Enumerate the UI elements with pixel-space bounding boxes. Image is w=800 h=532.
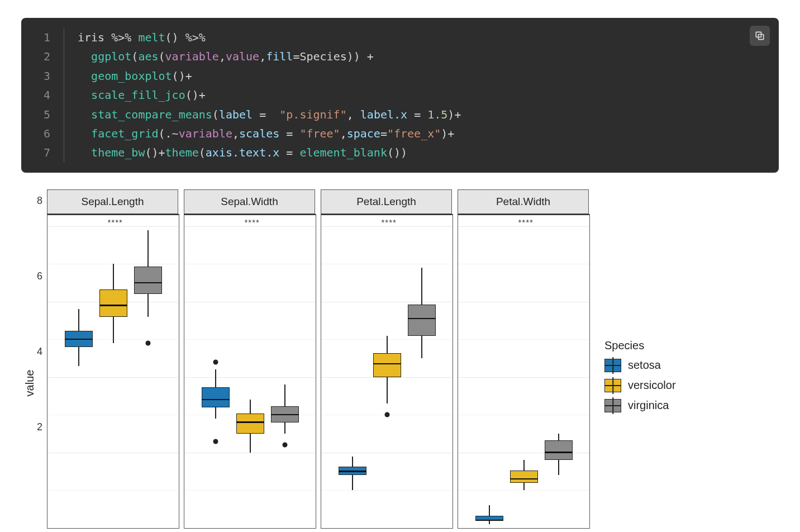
- outlier: [145, 341, 150, 346]
- line-number: 6: [34, 124, 64, 143]
- boxplot: [134, 215, 162, 528]
- code-line: 5 stat_compare_means(label = "p.signif",…: [34, 105, 766, 124]
- code-content: facet_grid(.~variable,scales = "free",sp…: [64, 124, 454, 143]
- code-content: ggplot(aes(variable,value,fill=Species))…: [64, 47, 374, 66]
- legend-key-icon: [604, 399, 621, 412]
- line-number: 3: [34, 66, 64, 86]
- facet-strip: Sepal.Length: [47, 189, 178, 214]
- chart-area: value 2468 Sepal.Length****Sepal.Width**…: [25, 189, 800, 529]
- line-number: 7: [34, 143, 64, 162]
- boxplot: [373, 215, 401, 528]
- boxplot: [202, 215, 230, 528]
- facet-strip: Sepal.Width: [184, 189, 315, 214]
- boxplot: [271, 215, 299, 528]
- legend-key-icon: [604, 379, 621, 392]
- copy-button[interactable]: [750, 26, 770, 46]
- legend-key-icon: [604, 359, 621, 372]
- boxplot: [545, 215, 573, 528]
- legend-title: Species: [604, 339, 676, 352]
- facet: Sepal.Length****: [47, 189, 178, 529]
- code-line: 1iris %>% melt() %>%: [34, 28, 766, 47]
- legend-label: setosa: [628, 359, 661, 372]
- code-content: iris %>% melt() %>%: [64, 28, 206, 47]
- line-number: 5: [34, 105, 64, 124]
- panel: ****: [458, 214, 590, 529]
- facet-strip: Petal.Length: [321, 189, 452, 214]
- line-number: 1: [34, 28, 64, 47]
- code-content: geom_boxplot()+: [64, 66, 192, 86]
- code-line: 2 ggplot(aes(variable,value,fill=Species…: [34, 47, 766, 66]
- line-number: 4: [34, 86, 64, 104]
- boxplot: [236, 215, 264, 528]
- facet-row: Sepal.Length****Sepal.Width****Petal.Len…: [47, 189, 589, 529]
- legend: Species setosaversicolorvirginica: [604, 339, 676, 419]
- panel: ****: [321, 214, 453, 529]
- boxplot: [408, 215, 436, 528]
- code-line: 6 facet_grid(.~variable,scales = "free",…: [34, 124, 766, 143]
- boxplot: [99, 215, 127, 528]
- y-tick: 2: [37, 421, 42, 433]
- code-line: 3 geom_boxplot()+: [34, 66, 766, 86]
- boxplot: [510, 215, 538, 528]
- outlier: [282, 443, 287, 448]
- code-block: 1iris %>% melt() %>%2 ggplot(aes(variabl…: [21, 18, 779, 173]
- boxplot: [65, 215, 93, 528]
- code-content: scale_fill_jco()+: [64, 86, 206, 104]
- facet: Petal.Width****: [458, 189, 589, 529]
- outlier: [213, 439, 218, 444]
- panel: ****: [47, 214, 179, 529]
- facet: Petal.Length****: [321, 189, 452, 529]
- code-content: theme_bw()+theme(axis.text.x = element_b…: [64, 143, 407, 162]
- code-content: stat_compare_means(label = "p.signif", l…: [64, 105, 461, 124]
- legend-item: versicolor: [604, 379, 676, 392]
- code-line: 4 scale_fill_jco()+: [34, 86, 766, 104]
- y-tick: 8: [37, 194, 42, 206]
- boxplot: [475, 215, 503, 528]
- legend-label: versicolor: [628, 379, 676, 392]
- legend-item: setosa: [604, 359, 676, 372]
- facet: Sepal.Width****: [184, 189, 315, 529]
- legend-item: virginica: [604, 399, 676, 412]
- legend-label: virginica: [628, 399, 669, 412]
- line-number: 2: [34, 47, 64, 66]
- panel: ****: [184, 214, 316, 529]
- copy-icon: [754, 30, 765, 41]
- y-tick: 6: [37, 270, 42, 282]
- boxplot: [339, 215, 366, 528]
- outlier: [213, 359, 218, 364]
- code-line: 7 theme_bw()+theme(axis.text.x = element…: [34, 143, 766, 162]
- facet-strip: Petal.Width: [458, 189, 589, 214]
- y-axis-ticks: 2468: [25, 189, 47, 528]
- y-tick: 4: [37, 345, 42, 357]
- outlier: [384, 412, 389, 417]
